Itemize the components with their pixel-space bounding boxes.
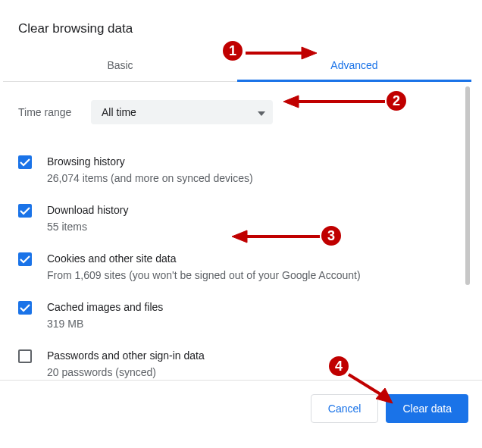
item-text: Passwords and other sign-in data20 passw…	[47, 348, 205, 380]
checkbox[interactable]	[18, 155, 32, 169]
item-primary: Browsing history	[47, 154, 253, 169]
item-primary: Passwords and other sign-in data	[47, 348, 205, 363]
dialog-footer: Cancel Clear data	[0, 394, 468, 423]
list-item: Browsing history26,074 items (and more o…	[18, 146, 456, 194]
item-secondary: 55 items	[47, 219, 128, 234]
tab-advanced[interactable]: Advanced	[237, 49, 471, 81]
checkbox[interactable]	[18, 204, 32, 218]
checkbox[interactable]	[18, 301, 32, 315]
item-primary: Cookies and other site data	[47, 251, 361, 266]
item-primary: Download history	[47, 202, 128, 218]
clear-data-button[interactable]: Clear data	[386, 394, 468, 423]
item-text: Download history55 items	[47, 202, 128, 234]
annotation-marker-1: 1	[221, 39, 244, 62]
list-item: Download history55 items	[18, 194, 456, 243]
list-item: Cached images and files319 MB	[18, 291, 456, 340]
item-primary: Cached images and files	[47, 299, 163, 315]
item-text: Cached images and files319 MB	[47, 299, 163, 331]
annotation-marker-3: 3	[320, 224, 343, 247]
cancel-button[interactable]: Cancel	[311, 394, 379, 423]
annotation-marker-2: 2	[385, 89, 408, 112]
item-text: Browsing history26,074 items (and more o…	[47, 154, 253, 186]
annotation-marker-4: 4	[327, 355, 350, 378]
checkbox[interactable]	[18, 252, 32, 266]
item-secondary: 26,074 items (and more on synced devices…	[47, 171, 253, 186]
checkbox[interactable]	[18, 349, 32, 363]
list-item: Cookies and other site dataFrom 1,609 si…	[18, 243, 456, 291]
time-range-select[interactable]: All time	[91, 100, 273, 124]
svg-marker-0	[258, 111, 265, 116]
tab-basic[interactable]: Basic	[3, 49, 237, 81]
item-secondary: From 1,609 sites (you won't be signed ou…	[47, 268, 361, 283]
time-range-value: All time	[102, 106, 136, 118]
chevron-down-icon	[258, 106, 265, 118]
item-text: Cookies and other site dataFrom 1,609 si…	[47, 251, 361, 283]
item-secondary: 20 passwords (synced)	[47, 365, 205, 380]
item-secondary: 319 MB	[47, 316, 163, 331]
time-range-label: Time range	[18, 106, 80, 118]
content-area: Time range All time Browsing history26,0…	[3, 82, 471, 382]
list-item: Passwords and other sign-in data20 passw…	[18, 340, 456, 382]
scrollbar-thumb[interactable]	[465, 86, 470, 285]
footer-divider	[0, 380, 482, 381]
